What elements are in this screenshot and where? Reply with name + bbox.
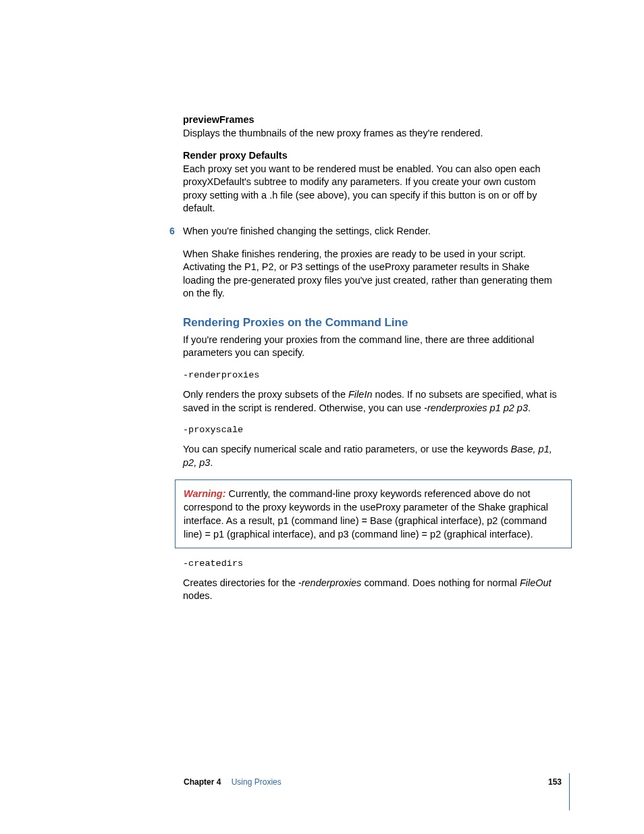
cmd-renderproxies: -renderproxies: [183, 369, 561, 382]
step-line: When you're finished changing the settin…: [183, 225, 561, 238]
desc-renderproxies: Only renders the proxy subsets of the Fi…: [183, 388, 561, 415]
heading-previewframes: previewFrames: [183, 113, 561, 127]
cmd-proxyscale: -proxyscale: [183, 424, 561, 436]
text: nodes.: [183, 590, 213, 601]
intro-cli: If you're rendering your proxies from th…: [183, 334, 561, 360]
section-previewframes: previewFrames Displays the thumbnails of…: [183, 113, 561, 140]
cmd-createdirs: -createdirs: [183, 558, 561, 570]
text-italic: -renderproxies p1 p2 p3: [424, 402, 528, 413]
footer-left: Chapter 4 Using Proxies: [184, 777, 281, 787]
heading-renderproxydefaults: Render proxy Defaults: [183, 149, 561, 163]
body-renderproxydefaults: Each proxy set you want to be rendered m…: [183, 163, 561, 215]
footer-title: Using Proxies: [232, 777, 281, 787]
footer-chapter: Chapter 4: [184, 777, 221, 787]
footer-rule: [569, 773, 570, 810]
desc-proxyscale: You can specify numerical scale and rati…: [183, 443, 561, 469]
heading-rendering-proxies-cli: Rendering Proxies on the Command Line: [183, 315, 561, 331]
footer-page-number: 153: [548, 777, 562, 787]
text: Only renders the proxy subsets of the: [183, 389, 348, 400]
text: Creates directories for the: [183, 577, 298, 588]
warning-body: Currently, the command-line proxy keywor…: [184, 488, 548, 540]
text-italic: FileOut: [520, 577, 552, 588]
section-renderproxydefaults: Render proxy Defaults Each proxy set you…: [183, 149, 561, 215]
warning-label: Warning:: [184, 488, 226, 499]
step-6-body: When Shake finishes rendering, the proxi…: [183, 248, 561, 301]
body-previewframes: Displays the thumbnails of the new proxy…: [183, 127, 561, 140]
warning-box: Warning: Currently, the command-line pro…: [175, 479, 572, 548]
step-number: 6: [169, 225, 175, 238]
step-6: 6 When you're finished changing the sett…: [183, 225, 561, 238]
text: .: [528, 402, 531, 413]
desc-createdirs: Creates directories for the -renderproxi…: [183, 577, 561, 603]
text: .: [210, 457, 213, 468]
text-italic: FileIn: [348, 389, 372, 400]
text: You can specify numerical scale and rati…: [183, 444, 510, 454]
text-italic: -renderproxies: [298, 577, 362, 588]
page-content: previewFrames Displays the thumbnails of…: [183, 113, 561, 613]
text: command. Does nothing for normal: [361, 577, 520, 588]
